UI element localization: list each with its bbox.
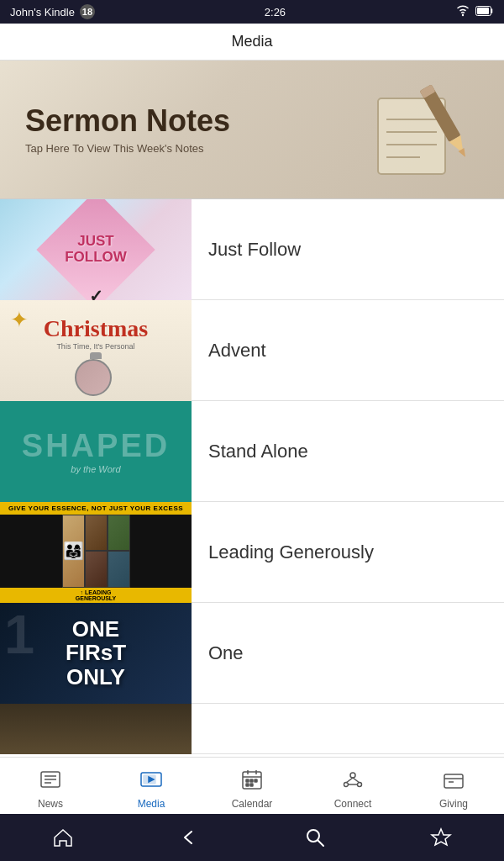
page-title: Media bbox=[231, 33, 272, 50]
battery-icon bbox=[475, 6, 494, 18]
star-icon: ✦ bbox=[10, 307, 29, 333]
status-bar: John's Kindle 18 2:26 bbox=[0, 0, 504, 24]
series-item-one[interactable]: 1 ONEFIRsTONLY One bbox=[0, 603, 504, 704]
series-label-just-follow: Just Follow bbox=[192, 239, 504, 261]
series-label-advent: Advent bbox=[192, 340, 504, 362]
svg-line-31 bbox=[346, 778, 353, 783]
tab-connect[interactable]: Connect bbox=[302, 758, 403, 814]
tab-media-label: Media bbox=[138, 798, 165, 810]
svg-rect-24 bbox=[250, 779, 253, 782]
svg-rect-26 bbox=[246, 784, 249, 786]
svg-point-29 bbox=[344, 782, 349, 786]
page-header: Media bbox=[0, 24, 504, 61]
tab-news[interactable]: News bbox=[0, 758, 101, 814]
series-item-advent[interactable]: ✦ Christmas This Time, It's Personal Adv… bbox=[0, 300, 504, 401]
svg-point-28 bbox=[350, 773, 355, 778]
shaped-word: SHAPED bbox=[22, 428, 170, 464]
svg-marker-39 bbox=[432, 829, 450, 845]
news-icon bbox=[39, 768, 62, 795]
tab-bar: News Media Calendar bbox=[0, 757, 504, 814]
connect-icon bbox=[341, 768, 365, 795]
bottom-navigation bbox=[0, 814, 504, 861]
svg-line-38 bbox=[318, 840, 323, 846]
tab-connect-label: Connect bbox=[334, 798, 372, 810]
series-thumb-extra bbox=[0, 704, 192, 754]
svg-line-32 bbox=[353, 778, 360, 783]
leading-photo-grid: 👨‍👩‍👧 bbox=[62, 515, 130, 588]
favorites-button[interactable] bbox=[424, 821, 458, 854]
svg-rect-23 bbox=[246, 779, 249, 782]
content-area: Sermon Notes Tap Here To View This Week'… bbox=[0, 61, 504, 757]
tab-calendar[interactable]: Calendar bbox=[202, 758, 302, 814]
ornament-icon bbox=[75, 352, 117, 394]
series-label-one: One bbox=[192, 642, 504, 664]
sermon-notes-banner[interactable]: Sermon Notes Tap Here To View This Week'… bbox=[0, 61, 504, 199]
one-text-block: ONEFIRsTONLY bbox=[66, 617, 126, 689]
svg-rect-27 bbox=[250, 784, 253, 786]
calendar-icon bbox=[240, 768, 264, 795]
tab-giving-label: Giving bbox=[439, 798, 468, 810]
one-background-number: 1 bbox=[4, 607, 34, 662]
christmas-text: Christmas bbox=[44, 315, 148, 342]
sermon-pencil-icon bbox=[370, 73, 479, 186]
search-button[interactable] bbox=[298, 821, 332, 854]
leading-logo: ↑ LEADINGGENEROUSLY bbox=[0, 588, 192, 603]
tab-news-label: News bbox=[38, 798, 63, 810]
series-label-leading-generously: Leading Generously bbox=[192, 541, 504, 563]
svg-rect-34 bbox=[444, 774, 463, 788]
device-name: John's Kindle bbox=[10, 6, 75, 18]
series-item-stand-alone[interactable]: SHAPED by the Word Stand Alone bbox=[0, 401, 504, 502]
notification-badge: 18 bbox=[80, 4, 95, 19]
shaped-subtitle: by the Word bbox=[71, 464, 120, 474]
series-thumb-advent: ✦ Christmas This Time, It's Personal bbox=[0, 300, 192, 401]
sermon-notes-subtitle: Tap Here To View This Week's Notes bbox=[25, 142, 230, 155]
tab-giving[interactable]: Giving bbox=[403, 758, 504, 814]
home-button[interactable] bbox=[46, 821, 80, 854]
leading-top-text: GIVE YOUR ESSENCE, NOT JUST YOUR EXCESS bbox=[0, 502, 192, 515]
tab-media[interactable]: Media bbox=[101, 758, 202, 814]
series-item-leading-generously[interactable]: GIVE YOUR ESSENCE, NOT JUST YOUR EXCESS … bbox=[0, 502, 504, 603]
svg-point-0 bbox=[462, 13, 464, 15]
series-thumb-one: 1 ONEFIRsTONLY bbox=[0, 603, 192, 704]
clock: 2:26 bbox=[265, 6, 286, 18]
giving-icon bbox=[442, 768, 465, 795]
series-thumb-just-follow: JUSTFOLLOW ✓ bbox=[0, 199, 192, 300]
advent-subtitle: This Time, It's Personal bbox=[56, 342, 134, 351]
wifi-icon bbox=[455, 5, 470, 19]
series-thumb-shaped: SHAPED by the Word bbox=[0, 401, 192, 502]
series-item-extra[interactable] bbox=[0, 704, 504, 754]
svg-rect-2 bbox=[477, 8, 489, 14]
series-thumb-leading: GIVE YOUR ESSENCE, NOT JUST YOUR EXCESS … bbox=[0, 502, 192, 603]
back-button[interactable] bbox=[172, 821, 206, 854]
svg-point-30 bbox=[358, 782, 362, 786]
sermon-notes-title: Sermon Notes bbox=[25, 104, 230, 138]
series-label-stand-alone: Stand Alone bbox=[192, 441, 504, 462]
media-icon bbox=[139, 768, 163, 795]
svg-rect-25 bbox=[255, 779, 257, 782]
tab-calendar-label: Calendar bbox=[232, 798, 273, 810]
series-item-just-follow[interactable]: JUSTFOLLOW ✓ Just Follow bbox=[0, 199, 504, 300]
